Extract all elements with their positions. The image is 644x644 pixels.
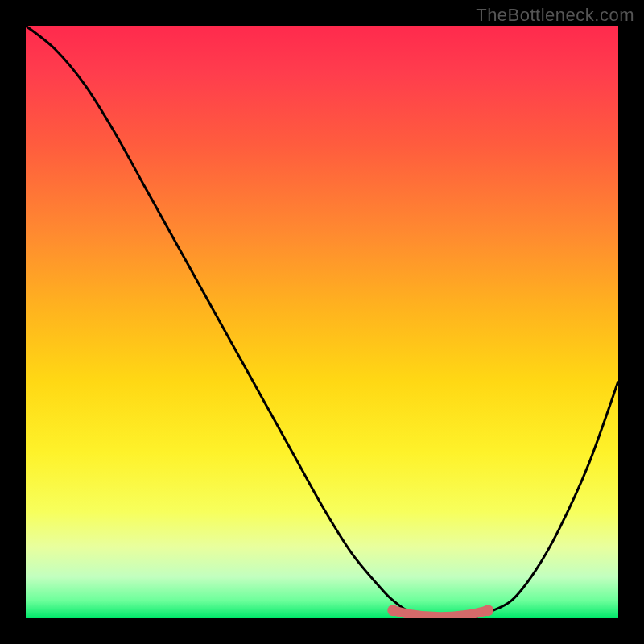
optimal-range-start-dot: [387, 605, 398, 616]
chart-frame: TheBottleneck.com: [0, 0, 644, 644]
plot-area: [26, 26, 618, 618]
watermark-text: TheBottleneck.com: [476, 5, 634, 26]
optimal-range-end-dot: [482, 605, 493, 616]
curve-line: [26, 26, 618, 618]
bottleneck-curve: [26, 26, 618, 618]
optimal-range-highlight: [393, 610, 488, 617]
